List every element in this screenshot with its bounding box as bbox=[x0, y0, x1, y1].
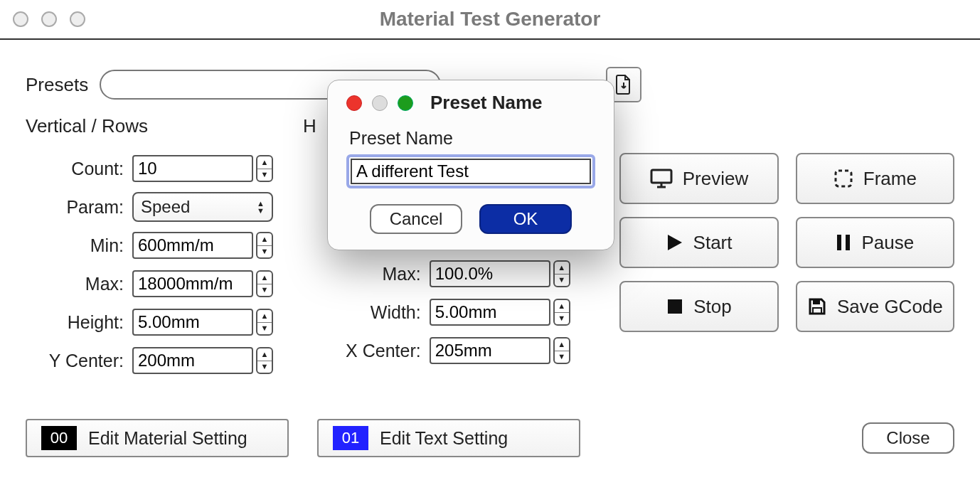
svg-rect-2 bbox=[837, 235, 841, 250]
edit-material-button[interactable]: 00 Edit Material Setting bbox=[26, 419, 289, 457]
close-label: Close bbox=[886, 428, 930, 448]
hmax-input[interactable] bbox=[430, 260, 550, 287]
frame-button[interactable]: Frame bbox=[796, 153, 954, 204]
xcenter-label: X Center: bbox=[323, 341, 430, 361]
height-input[interactable] bbox=[132, 309, 253, 336]
xcenter-input[interactable] bbox=[430, 337, 550, 364]
import-icon bbox=[614, 74, 634, 95]
play-icon bbox=[666, 233, 683, 252]
chevron-updown-icon: ▲▼ bbox=[257, 200, 265, 214]
frame-label: Frame bbox=[863, 168, 917, 190]
titlebar: Material Test Generator bbox=[0, 0, 980, 40]
bottom-row: 00 Edit Material Setting 01 Edit Text Se… bbox=[26, 419, 954, 457]
preview-label: Preview bbox=[683, 168, 748, 190]
vertical-section-header: Vertical / Rows bbox=[26, 115, 303, 137]
ycenter-stepper[interactable]: ▲▼ bbox=[256, 347, 273, 374]
preset-name-label: Preset Name bbox=[349, 128, 595, 149]
laser-column: Preview Frame Start Pause Stop bbox=[619, 153, 954, 383]
height-stepper[interactable]: ▲▼ bbox=[256, 309, 273, 336]
preset-name-dialog: Preset Name Preset Name Cancel OK bbox=[327, 80, 614, 250]
param-label: Param: bbox=[26, 197, 132, 218]
dialog-close-icon[interactable] bbox=[346, 95, 362, 111]
count-stepper[interactable]: ▲▼ bbox=[256, 155, 273, 182]
cancel-label: Cancel bbox=[390, 209, 443, 229]
stop-button[interactable]: Stop bbox=[619, 281, 778, 332]
min-input[interactable] bbox=[132, 232, 253, 259]
count-label: Count: bbox=[26, 159, 132, 179]
window-title: Material Test Generator bbox=[0, 8, 980, 31]
min-stepper[interactable]: ▲▼ bbox=[256, 232, 273, 259]
dialog-title: Preset Name bbox=[430, 92, 543, 114]
edit-material-label: Edit Material Setting bbox=[88, 428, 247, 449]
ycenter-label: Y Center: bbox=[26, 351, 132, 371]
param-value: Speed bbox=[141, 197, 190, 217]
ycenter-input[interactable] bbox=[132, 347, 253, 374]
svg-rect-5 bbox=[813, 299, 820, 304]
svg-rect-3 bbox=[846, 235, 850, 250]
preset-name-input[interactable] bbox=[351, 159, 591, 184]
svg-rect-4 bbox=[668, 299, 682, 314]
frame-icon bbox=[833, 169, 853, 188]
monitor-icon bbox=[650, 169, 673, 188]
svg-rect-1 bbox=[836, 171, 851, 186]
max-label: Max: bbox=[26, 274, 132, 294]
vertical-column: Count: ▲▼ Param: Speed ▲▼ Min: ▲▼ Max: ▲… bbox=[26, 153, 280, 383]
height-label: Height: bbox=[26, 312, 132, 333]
dialog-zoom-icon[interactable] bbox=[398, 95, 413, 111]
presets-label: Presets bbox=[26, 74, 88, 96]
max-input[interactable] bbox=[132, 270, 253, 297]
save-icon bbox=[807, 297, 827, 316]
preview-button[interactable]: Preview bbox=[619, 153, 778, 204]
start-label: Start bbox=[693, 232, 733, 254]
param-select[interactable]: Speed ▲▼ bbox=[132, 192, 273, 222]
preset-name-focus-ring bbox=[346, 154, 595, 188]
count-input[interactable] bbox=[132, 155, 253, 182]
pause-label: Pause bbox=[861, 232, 914, 254]
max-stepper[interactable]: ▲▼ bbox=[256, 270, 273, 297]
min-label: Min: bbox=[26, 235, 132, 256]
width-stepper[interactable]: ▲▼ bbox=[553, 299, 570, 326]
stop-icon bbox=[666, 298, 683, 315]
hmax-label: Max: bbox=[323, 264, 430, 284]
save-gcode-button[interactable]: Save GCode bbox=[796, 281, 954, 332]
cancel-button[interactable]: Cancel bbox=[370, 204, 462, 234]
badge-01: 01 bbox=[333, 426, 368, 450]
pause-icon bbox=[836, 233, 851, 252]
width-input[interactable] bbox=[430, 299, 550, 326]
dialog-titlebar: Preset Name bbox=[346, 92, 595, 114]
dialog-minimize-icon bbox=[372, 95, 388, 111]
ok-label: OK bbox=[513, 209, 538, 229]
start-button[interactable]: Start bbox=[619, 217, 778, 268]
badge-00: 00 bbox=[41, 426, 77, 450]
pause-button[interactable]: Pause bbox=[796, 217, 954, 268]
save-label: Save GCode bbox=[837, 296, 943, 318]
hmax-stepper[interactable]: ▲▼ bbox=[553, 260, 570, 287]
xcenter-stepper[interactable]: ▲▼ bbox=[553, 337, 570, 364]
close-button[interactable]: Close bbox=[862, 422, 954, 454]
edit-text-label: Edit Text Setting bbox=[380, 428, 508, 449]
edit-text-button[interactable]: 01 Edit Text Setting bbox=[317, 419, 580, 457]
stop-label: Stop bbox=[693, 296, 732, 318]
svg-rect-0 bbox=[651, 170, 671, 183]
ok-button[interactable]: OK bbox=[479, 204, 572, 234]
width-label: Width: bbox=[323, 302, 430, 323]
